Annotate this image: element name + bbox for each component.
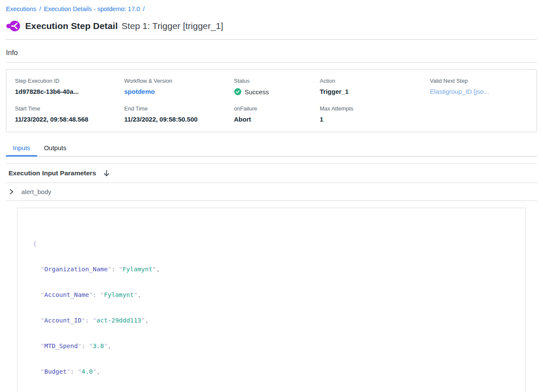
json-line: "Organization_Name": "Fylamynt", [33, 265, 510, 273]
page-title: Execution Step Detail [25, 21, 118, 31]
info-field-step-execution-id: Step Execution ID 1d97828c-13b6-40a... [15, 78, 124, 96]
tab-inputs[interactable]: Inputs [6, 142, 37, 157]
field-label: Action [320, 78, 430, 84]
json-open-brace: { [33, 239, 510, 248]
breadcrumb-separator: / [39, 6, 41, 12]
info-field-end-time: End Time 11/23/2022, 09:58:50.500 [124, 105, 234, 123]
success-check-icon [234, 88, 242, 96]
info-field-empty [430, 105, 528, 123]
field-value: 1d97828c-13b6-40a... [15, 88, 124, 95]
info-section-heading: Info [6, 49, 537, 63]
field-label: Max Attempts [320, 105, 430, 112]
params-title: Execution Input Parameters [9, 169, 96, 177]
field-label: Valid Next Step [430, 78, 528, 84]
info-field-onfailure: onFailure Abort [234, 105, 320, 123]
breadcrumb-link-execution-details[interactable]: Execution Details - spotdemo: 17.0 [44, 6, 140, 12]
section-alert-body[interactable]: alert_body [6, 183, 537, 201]
tab-outputs[interactable]: Outputs [37, 142, 73, 157]
fylamynt-logo-icon [6, 19, 20, 33]
field-label: Step Execution ID [15, 78, 124, 84]
info-field-max-attempts: Max Attempts 1 [320, 105, 430, 123]
json-line: "Budget": "4.0", [33, 367, 510, 376]
info-field-status: Status Success [234, 78, 320, 96]
download-arrow-icon[interactable] [103, 170, 110, 177]
json-line: "Account_ID": "act-29ddd113", [33, 316, 510, 325]
chevron-right-icon [9, 189, 14, 195]
info-field-workflow-version: Workflow & Version spotdemo [124, 78, 234, 96]
field-label: Start Time [15, 105, 124, 112]
info-card: Step Execution ID 1d97828c-13b6-40a... W… [6, 69, 537, 132]
json-line: "Account_Name": "Fylamynt", [33, 290, 510, 299]
field-value: Abort [234, 116, 320, 123]
page-header: Execution Step Detail Step 1: Trigger [t… [6, 19, 537, 40]
field-value: Trigger_1 [320, 88, 430, 95]
field-value: 11/23/2022, 09:58:48.568 [15, 116, 124, 123]
workflow-link[interactable]: spotdemo [124, 88, 234, 95]
field-label: Status [234, 78, 320, 84]
breadcrumb-separator: / [143, 6, 145, 12]
field-label: onFailure [234, 105, 320, 112]
breadcrumb: Executions / Execution Details - spotdem… [6, 0, 537, 12]
json-line: "MTD_Spend": "3.8", [33, 342, 510, 350]
alert-body-json-box: { "Organization_Name": "Fylamynt", "Acco… [17, 208, 526, 392]
info-field-start-time: Start Time 11/23/2022, 09:58:48.568 [15, 105, 124, 123]
field-value: 11/23/2022, 09:58:50.500 [124, 116, 234, 123]
execution-input-parameters-header: Execution Input Parameters [6, 164, 537, 183]
breadcrumb-link-executions[interactable]: Executions [6, 6, 36, 12]
tab-bar: Inputs Outputs [6, 142, 537, 157]
section-label: alert_body [21, 188, 51, 195]
info-field-valid-next-step: Valid Next Step Elastigroup_ID [jso... [430, 78, 528, 96]
page-subtitle: Step 1: Trigger [trigger_1] [122, 21, 223, 31]
field-label: Workflow & Version [124, 78, 234, 84]
field-label: End Time [124, 105, 234, 112]
info-field-action: Action Trigger_1 [320, 78, 430, 96]
json-code: { "Organization_Name": "Fylamynt", "Acco… [33, 222, 510, 392]
status-text: Success [245, 88, 269, 96]
valid-next-step-link[interactable]: Elastigroup_ID [jso... [430, 88, 528, 95]
field-value: 1 [320, 116, 430, 123]
